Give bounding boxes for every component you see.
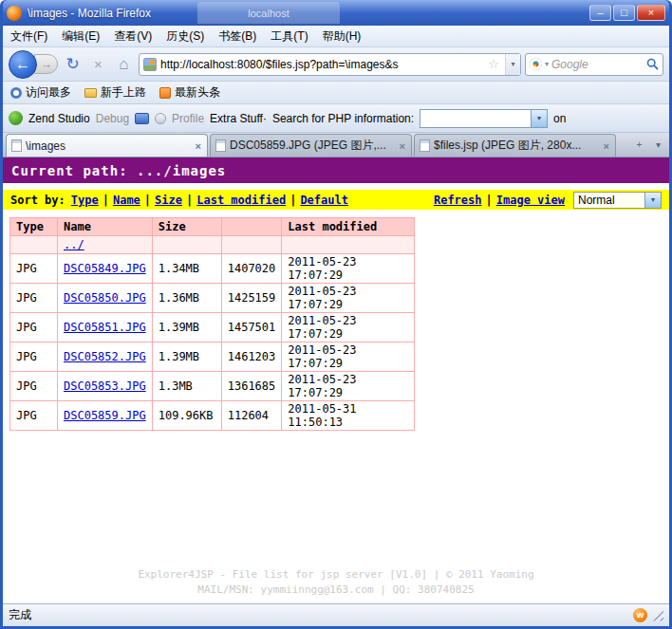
file-link[interactable]: DSC05851.JPG [64,321,146,334]
search-bar[interactable]: ▾ Google [525,53,663,76]
separator: | [486,194,493,207]
extra-stuff-label[interactable]: Extra Stuff· [210,112,267,125]
header-name[interactable]: Name [58,218,153,236]
debug-label[interactable]: Debug [96,112,129,125]
menu-edit[interactable]: 编辑(E) [62,28,100,45]
minimize-button[interactable]: – [589,5,611,21]
status-bar: 完成 W [3,603,669,626]
tab-close-icon[interactable]: × [195,140,202,152]
page-icon [11,139,22,152]
sort-link-default[interactable]: Default [300,194,348,207]
header-bytes [221,218,282,236]
header-type[interactable]: Type [10,218,58,236]
url-input[interactable]: http://localhost:8080/$files.jsp?path=\i… [160,58,482,71]
file-link[interactable]: DSC05859.JPG [64,409,146,422]
file-link[interactable]: DSC05852.JPG [64,350,146,363]
folder-icon [84,88,97,98]
cell-type: JPG [10,284,58,313]
cell-size: 1.39MB [152,313,221,342]
tab-strip-controls: + ▾ [631,137,666,157]
status-text: 完成 [9,607,31,623]
new-tab-icon[interactable]: + [631,137,647,153]
profile-icon[interactable] [155,113,166,124]
bookmark-latest-headlines[interactable]: 最新头条 [159,84,220,101]
refresh-link[interactable]: Refresh [434,194,482,207]
sort-link-type[interactable]: Type [71,194,99,207]
sort-link-name[interactable]: Name [113,194,140,207]
refresh-icon[interactable]: ↻ [62,52,84,77]
cell-type: JPG [10,342,58,372]
cell-type: JPG [10,372,58,401]
zend-studio-label[interactable]: Zend Studio [28,112,90,125]
cell-name: DSC05853.JPG [58,372,153,401]
menu-help[interactable]: 帮助(H) [323,28,362,45]
list-tabs-icon[interactable]: ▾ [650,137,666,153]
table-cell: ../ [58,236,153,254]
wot-addon-icon[interactable]: W [633,608,647,622]
page-content: Current path: .../images Sort by: Type |… [3,157,669,603]
cell-modified: 2011-05-23 17:07:29 [282,372,415,401]
resize-grip[interactable] [652,610,663,621]
sort-link-last-modified[interactable]: Last modified [196,194,286,207]
tab-images[interactable]: \images × [6,134,208,157]
back-button[interactable]: ← [9,50,37,79]
combobox-arrow-icon[interactable]: ▾ [531,110,547,127]
magnifier-icon[interactable] [646,58,659,70]
image-view-link[interactable]: Image view [496,194,565,207]
menu-bookmarks[interactable]: 书签(B) [218,28,256,45]
file-link[interactable]: DSC05853.JPG [64,379,146,393]
cell-bytes: 1457501 [221,313,282,342]
sort-link-size[interactable]: Size [155,194,182,207]
tab-label: DSC05859.JPG (JPEG 图片,... [230,138,395,154]
header-size[interactable]: Size [152,218,221,236]
bookmark-getting-started[interactable]: 新手上路 [84,84,146,101]
background-window-tab: localhost [197,2,340,24]
cell-size: 1.3MB [152,372,221,401]
tab-dsc05859[interactable]: DSC05859.JPG (JPEG 图片,... × [210,134,412,157]
parent-directory-link[interactable]: ../ [64,238,84,251]
history-icon [10,87,22,99]
tab-close-icon[interactable]: × [399,140,406,152]
tab-label: $files.jsp (JPEG 图片, 280x... [434,138,599,154]
forward-button[interactable]: → [34,54,58,74]
home-icon[interactable]: ⌂ [113,52,135,77]
url-dropdown-button[interactable]: ▾ [505,54,520,75]
profile-label[interactable]: Profile [172,112,204,125]
browser-window: \images - Mozilla Firefox localhost – □ … [0,0,672,629]
search-engine-dropdown-icon[interactable]: ▾ [545,60,549,68]
url-bar[interactable]: http://localhost:8080/$files.jsp?path=\i… [139,53,521,76]
view-mode-select[interactable]: Normal ▾ [573,192,662,209]
header-last-modified[interactable]: Last modified [282,218,415,236]
cell-modified: 2011-05-23 17:07:29 [282,342,415,372]
bookmark-most-visited[interactable]: 访问最多 [10,84,71,101]
combobox-arrow-icon[interactable]: ▾ [644,193,661,208]
cell-modified: 2011-05-23 17:07:29 [282,284,415,313]
separator: | [186,194,193,207]
menu-tools[interactable]: 工具(T) [271,28,308,45]
tab-close-icon[interactable]: × [603,140,610,152]
cell-bytes: 112604 [221,401,282,431]
view-mode-value: Normal [578,194,615,207]
file-link[interactable]: DSC05849.JPG [64,262,146,275]
cell-type: JPG [10,313,58,342]
tab-files-jsp[interactable]: $files.jsp (JPEG 图片, 280x... × [414,134,616,157]
search-input[interactable]: Google [551,58,644,71]
menu-history[interactable]: 历史(S) [166,28,204,45]
cell-bytes: 1461203 [221,342,282,372]
cell-size: 1.34MB [152,254,221,284]
page-footer: Explorer4JSP - File list for jsp server … [3,567,669,598]
table-row: JPG DSC05859.JPG 109.96KB 112604 2011-05… [10,401,415,431]
title-bar: \images - Mozilla Firefox localhost – □ … [3,0,669,26]
menu-view[interactable]: 查看(V) [114,28,152,45]
menu-bar: 文件(F) 编辑(E) 查看(V) 历史(S) 书签(B) 工具(T) 帮助(H… [3,26,669,47]
debug-icon[interactable] [135,113,149,124]
menu-file[interactable]: 文件(F) [10,28,47,45]
sort-bar: Sort by: Type | Name | Size | Last modif… [3,190,669,210]
file-link[interactable]: DSC05850.JPG [64,291,146,305]
php-search-combobox[interactable]: ▾ [420,109,548,128]
cell-bytes: 1361685 [221,372,282,401]
stop-icon[interactable]: × [87,52,109,77]
maximize-button[interactable]: □ [613,5,635,21]
bookmark-star-icon[interactable]: ☆ [486,57,501,71]
close-button[interactable]: × [637,5,665,21]
